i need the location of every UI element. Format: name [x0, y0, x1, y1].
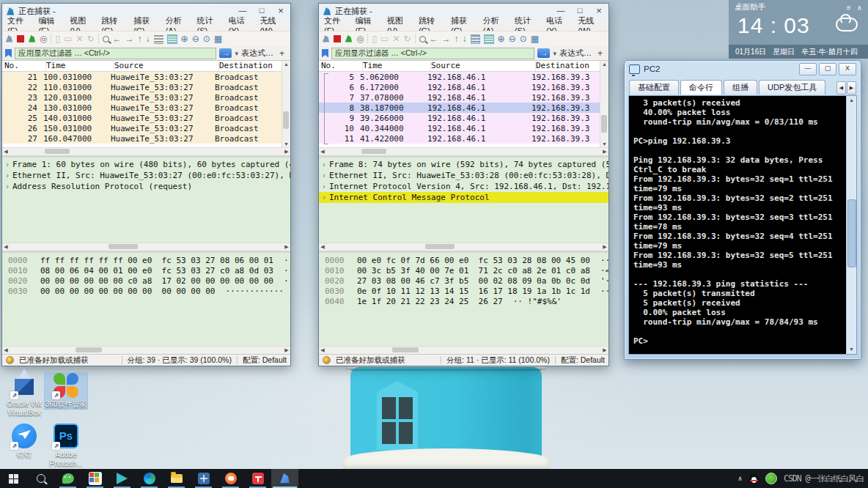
expand-icon[interactable]: [319, 193, 329, 202]
packet-row[interactable]: 5 5.062000 192.168.46.1 192.168.39.3: [319, 72, 600, 82]
tab[interactable]: 组播: [724, 80, 757, 95]
hex-row[interactable]: 0020 00 00 00 00 00 00 c0 a8 17 02 00 00…: [2, 276, 290, 286]
tab-scroll-arrows[interactable]: ◀ ▶: [836, 81, 856, 95]
scroll-right-arrow[interactable]: ▶: [601, 148, 608, 155]
go-last-icon[interactable]: ↓: [463, 34, 467, 43]
capture-options-icon[interactable]: ◎: [356, 34, 364, 43]
packet-list-header[interactable]: No. Time Source Destination: [319, 61, 600, 72]
packet-row[interactable]: 10 40.344000 192.168.46.1 192.168.39.3: [319, 123, 600, 133]
expert-info-icon[interactable]: [6, 356, 14, 364]
hex-row[interactable]: 0010 00 3c b5 3f 40 00 7e 01 71 2c c0 a8…: [319, 266, 608, 276]
restart-capture-icon[interactable]: [28, 35, 36, 43]
terminal[interactable]: 3 packet(s) received 40.00% packet loss …: [628, 95, 857, 355]
expand-icon[interactable]: [319, 182, 329, 191]
taskbar-ensp[interactable]: [190, 469, 217, 488]
hex-row[interactable]: 0010 08 00 06 04 00 01 00 e0 fc 53 03 27…: [2, 266, 290, 276]
close-file-icon[interactable]: ✕: [392, 34, 400, 43]
zoom-out-icon[interactable]: ⊖: [509, 34, 516, 43]
tray-expand-icon[interactable]: ∧: [738, 475, 743, 482]
packet-row[interactable]: 24 130.031000 HuaweiTe_53:03:27 Broadcas…: [2, 103, 282, 113]
find-packet-icon[interactable]: [419, 36, 426, 42]
detail-row[interactable]: Ethernet II, Src: HuaweiTe_53:03:27 (00:…: [2, 170, 290, 181]
packet-row[interactable]: 8 38.187000 192.168.46.1 192.168.39.3: [319, 103, 600, 113]
start-button[interactable]: [0, 469, 27, 488]
detail-row[interactable]: Ethernet II, Src: HuaweiTe_53:03:28 (00:…: [319, 170, 608, 181]
packet-list-vscrollbar[interactable]: ▲ ▼: [282, 61, 290, 148]
tab[interactable]: 基础配置: [629, 80, 679, 95]
desktop-assistant-widget[interactable]: 桌面助手 ≡ ∧ 14 : 03 01月16日 星期日 辛丑·牛·腊月十四: [729, 0, 868, 59]
expression-button[interactable]: 表达式…: [241, 48, 273, 59]
go-forward-icon[interactable]: →: [125, 34, 134, 43]
packet-list-hscrollbar[interactable]: ◀ ▶: [2, 147, 290, 155]
open-file-icon[interactable]: ▯: [55, 34, 60, 43]
zoom-reset-icon[interactable]: ⊙: [520, 34, 527, 43]
packet-row[interactable]: 11 41.422000 192.168.46.1 192.168.39.3: [319, 133, 600, 144]
stop-capture-icon[interactable]: [334, 35, 341, 42]
tab[interactable]: UDP发包工具: [759, 80, 825, 95]
filter-dropdown-caret[interactable]: ▾: [235, 50, 238, 57]
add-filter-button[interactable]: +: [595, 48, 606, 59]
hex-row[interactable]: 0020 27 03 08 00 46 c7 3f b5 00 02 08 09…: [319, 276, 608, 286]
taskbar-edge[interactable]: [136, 469, 163, 488]
scroll-up-arrow[interactable]: ▲: [847, 96, 856, 105]
packet-row[interactable]: 21 100.031000 HuaweiTe_53:03:27 Broadcas…: [2, 72, 282, 82]
scroll-right-arrow[interactable]: ▶: [283, 148, 290, 155]
tab[interactable]: 命令行: [680, 80, 722, 95]
taskbar-app-grid[interactable]: [81, 469, 108, 488]
packet-row[interactable]: 23 120.031000 HuaweiTe_53:03:27 Broadcas…: [2, 92, 282, 103]
desktop-icon-photoshop[interactable]: Ps ↗ Adobe Photosh...: [45, 424, 87, 468]
scroll-up-arrow[interactable]: ▲: [282, 61, 290, 68]
zoom-in-icon[interactable]: ⊕: [181, 34, 188, 43]
widget-collapse-icon[interactable]: ∧: [857, 4, 862, 12]
start-capture-icon[interactable]: [322, 35, 330, 43]
scroll-down-arrow[interactable]: ▼: [847, 345, 856, 354]
stop-capture-icon[interactable]: [17, 35, 24, 42]
reload-file-icon[interactable]: ↻: [87, 34, 95, 43]
auto-scroll-icon[interactable]: [154, 34, 163, 44]
save-file-icon[interactable]: ▭: [64, 34, 72, 43]
go-first-icon[interactable]: ↑: [138, 34, 142, 43]
expand-icon[interactable]: [2, 182, 12, 191]
maximize-button[interactable]: ▢: [819, 63, 836, 75]
detail-hscrollbar[interactable]: ◀ ▶: [2, 243, 290, 251]
hex-row[interactable]: 0000 00 e0 fc 0f 7d 66 00 e0 fc 53 03 28…: [319, 256, 608, 266]
bookmark-icon[interactable]: [322, 49, 328, 58]
hex-row[interactable]: 0030 00 00 00 00 00 00 00 00 00 00 00 00…: [2, 286, 290, 297]
zoom-in-icon[interactable]: ⊕: [498, 34, 505, 43]
capture-options-icon[interactable]: ◎: [40, 34, 47, 43]
close-button[interactable]: X: [839, 63, 856, 75]
packet-row[interactable]: 26 150.031000 HuaweiTe_53:03:27 Broadcas…: [2, 123, 282, 133]
reload-file-icon[interactable]: ↻: [404, 34, 411, 43]
taskbar-wireshark[interactable]: [271, 469, 298, 488]
minimize-button[interactable]: —: [799, 63, 817, 75]
scroll-left-arrow[interactable]: ◀: [2, 148, 10, 155]
desktop-icon-virtualbox[interactable]: ↗ Oracle VM VirtualBox: [3, 373, 45, 418]
scroll-left-arrow[interactable]: ◀: [319, 148, 326, 155]
zoom-reset-icon[interactable]: ⊙: [203, 34, 210, 43]
widget-menu-icon[interactable]: ≡: [847, 4, 851, 12]
hex-row[interactable]: 0040 1e 1f 20 21 22 23 24 25 26 27 ·· !"…: [319, 297, 608, 307]
go-last-icon[interactable]: ↓: [146, 34, 150, 43]
hex-hscrollbar[interactable]: ◀ ▶: [2, 346, 290, 354]
expand-icon[interactable]: [319, 160, 329, 169]
packet-list-vscrollbar[interactable]: ▲ ▼: [600, 61, 608, 148]
tab-right-arrow[interactable]: ▶: [847, 81, 856, 95]
hex-row[interactable]: 0030 0e 0f 10 11 12 13 14 15 16 17 18 19…: [319, 286, 608, 297]
hex-hscrollbar[interactable]: ◀ ▶: [319, 346, 608, 354]
packet-row[interactable]: 25 140.031000 HuaweiTe_53:03:27 Broadcas…: [2, 113, 282, 123]
go-back-icon[interactable]: ←: [430, 34, 438, 43]
display-filter-input[interactable]: 应用显示过滤器 … <Ctrl-/>: [331, 48, 534, 59]
add-filter-button[interactable]: +: [276, 48, 287, 59]
packet-row[interactable]: 27 160.047000 HuaweiTe_53:03:27 Broadcas…: [2, 133, 282, 144]
taskbar-meeting-app[interactable]: [217, 469, 244, 488]
desktop-icon-dingtalk[interactable]: ↗ 钉钉: [3, 424, 45, 459]
zoom-out-icon[interactable]: ⊖: [192, 34, 199, 43]
expand-icon[interactable]: [2, 171, 12, 180]
terminal-vscrollbar[interactable]: ▲ ▼: [846, 96, 856, 354]
expression-button[interactable]: 表达式…: [559, 48, 592, 59]
taskbar-video-player[interactable]: [108, 469, 136, 488]
go-first-icon[interactable]: ↑: [455, 34, 459, 43]
restart-capture-icon[interactable]: [345, 35, 353, 43]
360-tray-icon[interactable]: [765, 473, 777, 484]
packet-row[interactable]: 9 39.266000 192.168.46.1 192.168.39.3: [319, 113, 600, 123]
